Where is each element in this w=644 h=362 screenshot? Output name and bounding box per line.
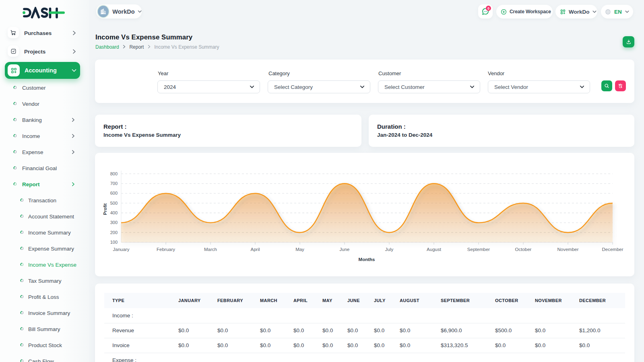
svg-text:June: June <box>340 247 350 252</box>
svg-text:600: 600 <box>110 191 118 195</box>
svg-text:800: 800 <box>110 171 118 176</box>
svg-text:February: February <box>157 247 175 252</box>
svg-text:200: 200 <box>110 230 118 235</box>
svg-text:Months: Months <box>359 257 375 262</box>
svg-text:August: August <box>427 247 442 252</box>
svg-text:November: November <box>557 247 578 252</box>
svg-text:100: 100 <box>110 240 118 245</box>
svg-text:400: 400 <box>110 210 118 215</box>
svg-text:January: January <box>113 247 130 252</box>
svg-text:April: April <box>250 247 260 252</box>
svg-text:700: 700 <box>110 181 118 186</box>
svg-text:July: July <box>385 247 394 252</box>
svg-text:300: 300 <box>110 220 118 225</box>
svg-text:Profit: Profit <box>103 203 107 215</box>
svg-text:December: December <box>602 247 623 252</box>
svg-text:500: 500 <box>110 201 118 206</box>
svg-text:September: September <box>467 247 490 252</box>
svg-text:October: October <box>515 247 532 252</box>
svg-text:May: May <box>295 247 304 252</box>
svg-text:March: March <box>204 247 217 252</box>
